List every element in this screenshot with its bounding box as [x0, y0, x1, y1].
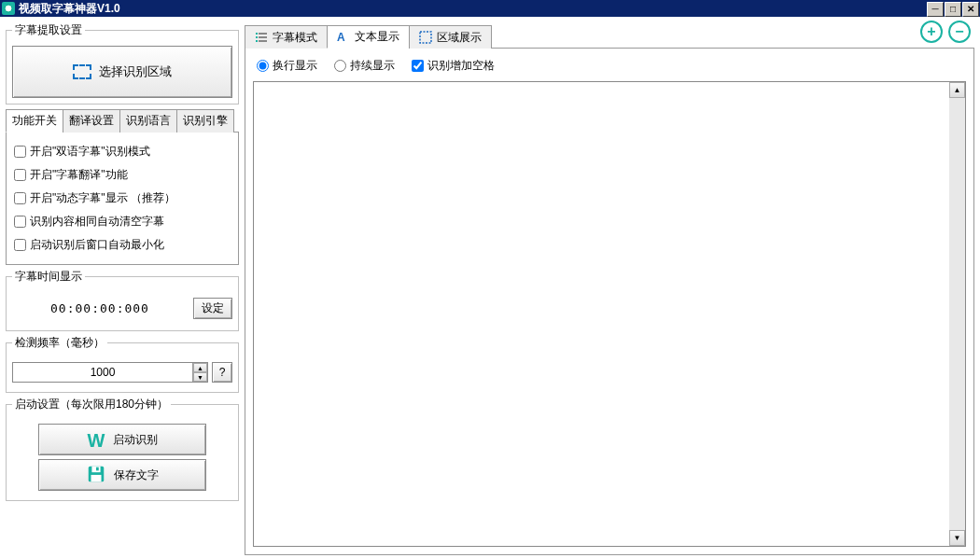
- extract-legend: 字幕提取设置: [12, 22, 85, 38]
- region-select-icon: [73, 64, 91, 79]
- svg-rect-7: [256, 36, 258, 38]
- check-translate-input[interactable]: [14, 169, 26, 181]
- tab-recognize-engine[interactable]: 识别引擎: [176, 109, 234, 133]
- svg-rect-4: [96, 467, 99, 470]
- remove-button[interactable]: −: [948, 21, 971, 43]
- radio-continue-input[interactable]: [334, 60, 346, 72]
- frequency-input[interactable]: [13, 363, 192, 382]
- check-bilingual-input[interactable]: [14, 146, 26, 158]
- list-icon: [255, 31, 268, 44]
- time-value: 00:00:00:000: [12, 301, 188, 315]
- check-translate[interactable]: 开启"字幕翻译"功能: [12, 163, 232, 187]
- check-autominimize-input[interactable]: [14, 239, 26, 251]
- tab-region-display[interactable]: 区域展示: [409, 25, 492, 49]
- check-dynamic-input[interactable]: [14, 192, 26, 204]
- vertical-scrollbar[interactable]: ▲ ▼: [949, 82, 965, 546]
- frequency-down[interactable]: ▼: [193, 372, 207, 382]
- check-bilingual[interactable]: 开启"双语字幕"识别模式: [12, 140, 232, 163]
- radio-wrap[interactable]: 换行显示: [257, 58, 317, 74]
- frequency-legend: 检测频率（毫秒）: [12, 335, 107, 351]
- svg-text:A: A: [337, 31, 345, 44]
- tab-text-display[interactable]: A 文本显示: [327, 25, 410, 49]
- extract-settings-group: 字幕提取设置 选择识别区域: [6, 22, 239, 105]
- scroll-down-button[interactable]: ▼: [949, 530, 965, 546]
- tab-subtitle-mode[interactable]: 字幕模式: [245, 25, 328, 49]
- app-icon: [2, 2, 15, 15]
- set-time-button[interactable]: 设定: [193, 298, 232, 319]
- check-autominimize[interactable]: 启动识别后窗口自动最小化: [12, 233, 232, 257]
- minimize-button[interactable]: ─: [927, 2, 944, 17]
- left-panel: 字幕提取设置 选择识别区域 功能开关 翻译设置 识别语言 识别引擎 开启"双语字…: [6, 22, 239, 552]
- frequency-group: 检测频率（毫秒） ▲ ▼ ?: [6, 335, 239, 393]
- svg-rect-5: [256, 33, 258, 35]
- check-addspace[interactable]: 识别增加空格: [412, 58, 495, 74]
- add-button[interactable]: +: [920, 21, 943, 43]
- radio-wrap-input[interactable]: [257, 60, 269, 72]
- svg-rect-10: [259, 40, 267, 42]
- font-icon: A: [337, 31, 350, 44]
- svg-rect-12: [420, 32, 431, 43]
- frequency-help-button[interactable]: ?: [212, 362, 232, 383]
- region-icon: [419, 31, 432, 44]
- start-recognize-button[interactable]: W 启动识别: [38, 424, 206, 455]
- svg-point-0: [5, 5, 12, 12]
- tab-function-switch[interactable]: 功能开关: [6, 109, 63, 133]
- check-dynamic[interactable]: 开启"动态字幕"显示 （推荐）: [12, 187, 232, 210]
- close-button[interactable]: ✕: [962, 2, 979, 17]
- scroll-up-button[interactable]: ▲: [949, 82, 965, 98]
- right-panel: + − 字幕模式 A 文本显示 区域展示: [245, 22, 974, 552]
- maximize-button[interactable]: □: [945, 2, 961, 17]
- output-textarea[interactable]: [254, 82, 949, 546]
- tab-translate-settings[interactable]: 翻译设置: [63, 109, 120, 133]
- function-tabs-group: 功能开关 翻译设置 识别语言 识别引擎 开启"双语字幕"识别模式 开启"字幕翻译…: [6, 108, 239, 265]
- output-textarea-wrap: ▲ ▼: [253, 81, 966, 547]
- svg-rect-8: [259, 36, 267, 38]
- check-autoclear-input[interactable]: [14, 216, 26, 228]
- radio-continue[interactable]: 持续显示: [334, 58, 395, 74]
- save-text-button[interactable]: 保存文字: [38, 459, 206, 491]
- start-legend: 启动设置（每次限用180分钟）: [12, 397, 171, 412]
- check-addspace-input[interactable]: [412, 60, 424, 72]
- window-title: 视频取字幕神器V1.0: [19, 1, 927, 17]
- svg-rect-3: [91, 474, 102, 481]
- svg-rect-9: [256, 40, 258, 42]
- frequency-spinner[interactable]: ▲ ▼: [12, 362, 208, 383]
- time-legend: 字幕时间显示: [12, 269, 85, 285]
- frequency-up[interactable]: ▲: [193, 363, 207, 372]
- titlebar: 视频取字幕神器V1.0 ─ □ ✕: [0, 0, 980, 17]
- save-icon: [86, 464, 106, 487]
- select-region-label: 选择识别区域: [99, 63, 172, 80]
- start-settings-group: 启动设置（每次限用180分钟） W 启动识别 保存文字: [6, 397, 239, 501]
- check-autoclear[interactable]: 识别内容相同自动清空字幕: [12, 210, 232, 233]
- select-region-button[interactable]: 选择识别区域: [12, 46, 232, 98]
- tab-recognize-lang[interactable]: 识别语言: [119, 109, 177, 133]
- svg-rect-6: [259, 33, 267, 35]
- w-icon: W: [87, 430, 105, 449]
- scroll-track[interactable]: [949, 98, 965, 530]
- time-display-group: 字幕时间显示 00:00:00:000 设定: [6, 269, 239, 331]
